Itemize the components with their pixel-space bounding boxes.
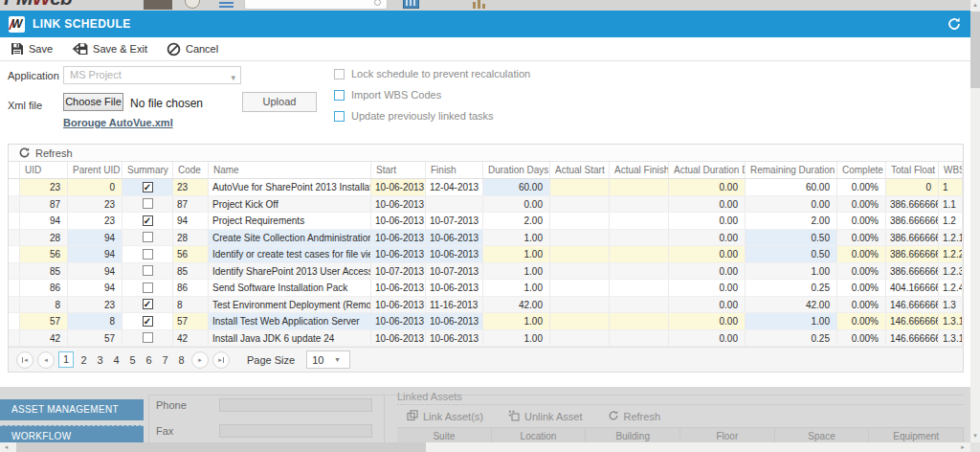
column-header-parent_uid[interactable]: Parent UID: [68, 162, 122, 179]
unlink-asset-button[interactable]: Unlink Asset: [508, 410, 583, 423]
table-row[interactable]: 872387Project Kick Off10-06-20130.000.00…: [9, 196, 963, 214]
sidebar-item-asset-management[interactable]: ASSET MANAGEMENT: [0, 399, 144, 420]
column-header-remaining_duration_days[interactable]: Remaining Duration Days: [746, 162, 837, 179]
cell-complete: 0.00%: [837, 179, 886, 195]
save-and-exit-button[interactable]: Save & Exit: [72, 42, 147, 56]
last-page-button[interactable]: ▸: [212, 351, 230, 369]
summary-checkbox[interactable]: [143, 282, 153, 293]
cell-total_float: 146.666666: [886, 297, 939, 313]
summary-checkbox[interactable]: [143, 232, 153, 242]
checkbox-icon[interactable]: [334, 90, 345, 101]
cell-actual_duration_days: 0.00: [669, 280, 746, 296]
page-size-value: 10: [312, 354, 323, 366]
page-number-4[interactable]: 4: [110, 354, 122, 366]
page-number-2[interactable]: 2: [78, 354, 90, 366]
user-avatar[interactable]: [144, 0, 172, 10]
scroll-up-icon[interactable]: ▴: [970, 0, 980, 10]
next-page-button[interactable]: ▸: [191, 351, 209, 369]
column-header-start[interactable]: Start: [371, 162, 426, 179]
search-input[interactable]: [244, 0, 388, 10]
column-header-actual_duration_days[interactable]: Actual Duration Days: [669, 162, 746, 179]
field-input[interactable]: [219, 424, 372, 438]
prev-page-button[interactable]: ◂: [37, 351, 55, 369]
calendar-icon[interactable]: [403, 0, 419, 9]
cancel-button[interactable]: Cancel: [167, 42, 218, 56]
page-number-7[interactable]: 7: [159, 354, 171, 366]
xml-file-link[interactable]: Borouge AutoVue.xml: [63, 117, 173, 128]
form-checkbox-0[interactable]: Lock schedule to prevent recalculation: [334, 67, 530, 80]
shield-icon[interactable]: [185, 0, 200, 9]
scroll-left-icon[interactable]: ◂: [0, 442, 12, 452]
form-checkbox-2[interactable]: Update previously linked tasks: [334, 109, 530, 123]
table-row[interactable]: 57857Install Test Web Application Server…: [9, 313, 963, 330]
summary-checkbox[interactable]: [143, 198, 153, 209]
scroll-right-icon[interactable]: ▸: [957, 442, 969, 452]
table-row[interactable]: 942394Project Requirements10-06-201310-0…: [9, 213, 963, 230]
page-number-1[interactable]: 1: [58, 351, 74, 368]
upload-button[interactable]: Upload: [242, 92, 317, 112]
column-header-complete[interactable]: Complete: [837, 162, 886, 179]
page-size-select[interactable]: 10▾: [306, 350, 350, 369]
scroll-down-icon[interactable]: ▾: [970, 431, 980, 441]
page-number-6[interactable]: 6: [143, 354, 155, 366]
table-row[interactable]: 289428Create Site Collection Andministra…: [9, 230, 963, 247]
summary-checkbox[interactable]: [143, 215, 153, 226]
sidebar-item-workflow[interactable]: WORKFLOW: [0, 425, 144, 442]
summary-checkbox[interactable]: [143, 249, 153, 260]
horizontal-scrollbar-thumb[interactable]: [16, 442, 426, 452]
grid-refresh-button[interactable]: Refresh: [9, 145, 963, 162]
column-header-actual_start[interactable]: Actual Start: [550, 162, 610, 179]
table-row[interactable]: 859485Identify SharePoint 2013 User Acce…: [9, 263, 963, 281]
linked-assets-title: Linked Assets: [397, 391, 964, 402]
table-row[interactable]: 869486Send Software Installation Pack10-…: [9, 280, 963, 297]
save-button[interactable]: Save: [11, 42, 53, 56]
summary-checkbox[interactable]: [143, 316, 153, 327]
column-header-wbs_code[interactable]: WBS Code: [939, 162, 963, 179]
table-row[interactable]: 425742Install Java JDK 6 update 2410-06-…: [9, 330, 963, 348]
first-page-button[interactable]: ◂: [16, 351, 33, 369]
choose-file-button[interactable]: Choose File: [63, 93, 123, 111]
horizontal-scrollbar[interactable]: ◂ ▸: [0, 442, 970, 452]
column-header-actual_finish[interactable]: Actual Finish: [610, 162, 669, 179]
linked-assets-column-suite: Suite: [397, 428, 492, 442]
dialog-title-bar: W LINK SCHEDULE: [0, 11, 970, 37]
application-select[interactable]: MS Project ▾: [63, 66, 241, 84]
page-number-3[interactable]: 3: [94, 354, 106, 366]
cell-actual_finish: [610, 313, 669, 329]
summary-checkbox[interactable]: [143, 332, 153, 343]
cell-total_float: 146.666666: [886, 313, 939, 329]
menu-icon[interactable]: [219, 2, 234, 8]
column-header-duration_days[interactable]: Duration Days: [483, 162, 550, 179]
column-header-uid[interactable]: UID: [20, 162, 68, 179]
checkbox-icon[interactable]: [334, 69, 345, 79]
cell-finish: [426, 196, 483, 213]
linked-assets-refresh-button[interactable]: Refresh: [608, 410, 661, 423]
column-header-code[interactable]: Code: [173, 162, 209, 179]
cell-name: Identify or create test cases for file v…: [209, 246, 371, 262]
page-number-8[interactable]: 8: [175, 354, 188, 366]
table-row[interactable]: 569456Identify or create test cases for …: [9, 246, 963, 263]
column-header-summary[interactable]: Summary: [122, 162, 173, 179]
summary-checkbox[interactable]: [143, 182, 153, 192]
link-assets-button[interactable]: Link Asset(s): [407, 410, 483, 423]
form-checkbox-1[interactable]: Import WBS Codes: [334, 88, 530, 102]
cancel-icon: [167, 42, 181, 56]
button-label: Link Asset(s): [423, 411, 483, 422]
summary-checkbox[interactable]: [143, 299, 153, 309]
cell-duration_days: 1.00: [483, 263, 550, 280]
column-header-finish[interactable]: Finish: [426, 162, 483, 179]
table-row[interactable]: 23023AutoVue for SharePoint 2013 Install…: [9, 179, 963, 196]
background-page: ASSET MANAGEMENTWORKFLOW PhoneFax Linked…: [0, 387, 970, 442]
summary-checkbox[interactable]: [143, 265, 153, 276]
field-input[interactable]: [219, 398, 372, 412]
cell-total_float: 0: [886, 179, 939, 195]
dialog-refresh-icon[interactable]: [947, 16, 962, 32]
page-number-5[interactable]: 5: [126, 354, 139, 366]
table-row[interactable]: 8238Test Environment Deployment (Remote …: [9, 297, 963, 314]
vertical-scrollbar[interactable]: ▴ ▾: [970, 0, 980, 442]
column-header-name[interactable]: Name: [209, 162, 371, 179]
column-header-total_float[interactable]: Total Float: [886, 162, 939, 179]
chart-icon[interactable]: [473, 0, 488, 9]
vertical-scrollbar-thumb[interactable]: [970, 11, 980, 88]
checkbox-icon[interactable]: [334, 111, 345, 122]
